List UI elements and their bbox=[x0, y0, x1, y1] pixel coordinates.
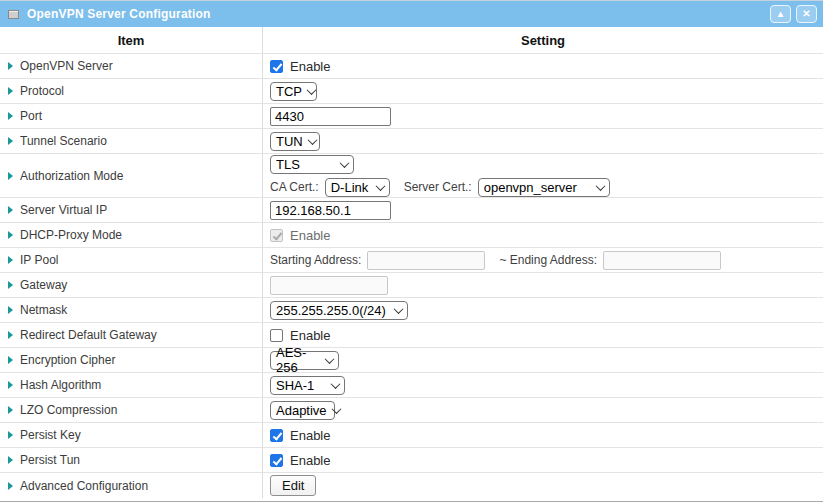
arrow-bullet-icon bbox=[8, 356, 13, 364]
arrow-bullet-icon bbox=[8, 431, 13, 439]
chevron-down-icon bbox=[331, 404, 341, 414]
row-label-advanced-configuration: Advanced Configuration bbox=[20, 479, 148, 493]
row-server-virtual-ip: Server Virtual IP bbox=[0, 198, 823, 223]
row-label-server-virtual-ip: Server Virtual IP bbox=[20, 203, 107, 217]
persist-key-enable-checkbox[interactable] bbox=[270, 429, 283, 442]
redirect-gateway-enable-checkbox[interactable] bbox=[270, 329, 283, 342]
chevron-down-icon bbox=[595, 181, 605, 191]
row-label-dhcp-proxy-mode: DHCP-Proxy Mode bbox=[20, 228, 122, 242]
enable-label: Enable bbox=[290, 228, 330, 243]
arrow-bullet-icon bbox=[8, 137, 13, 145]
edit-button[interactable]: Edit bbox=[270, 475, 316, 496]
row-protocol: Protocol TCP bbox=[0, 79, 823, 104]
row-label-redirect-default-gateway: Redirect Default Gateway bbox=[20, 328, 157, 342]
ca-cert-select[interactable]: D-Link bbox=[325, 178, 390, 197]
row-label-netmask: Netmask bbox=[20, 303, 67, 317]
arrow-bullet-icon bbox=[8, 206, 13, 214]
tunnel-scenario-select[interactable]: TUN bbox=[270, 132, 320, 151]
row-hash-algorithm: Hash Algorithm SHA-1 bbox=[0, 373, 823, 398]
arrow-bullet-icon bbox=[8, 172, 13, 180]
arrow-bullet-icon bbox=[8, 381, 13, 389]
arrow-bullet-icon bbox=[8, 112, 13, 120]
table-header: Item Setting bbox=[0, 27, 823, 54]
persist-tun-enable-checkbox[interactable] bbox=[270, 454, 283, 467]
ca-cert-label: CA Cert.: bbox=[270, 180, 319, 194]
server-virtual-ip-input[interactable] bbox=[270, 201, 391, 220]
row-authorization-mode: Authorization Mode TLS CA Cert.: D-Link … bbox=[0, 154, 823, 198]
titlebar-buttons: ▴ ✕ bbox=[770, 5, 817, 23]
row-label-hash-algorithm: Hash Algorithm bbox=[20, 378, 101, 392]
chevron-down-icon bbox=[331, 379, 341, 389]
row-tunnel-scenario: Tunnel Scenario TUN bbox=[0, 129, 823, 154]
row-openvpn-server: OpenVPN Server Enable bbox=[0, 54, 823, 79]
row-port: Port bbox=[0, 104, 823, 129]
row-label-tunnel-scenario: Tunnel Scenario bbox=[20, 134, 107, 148]
row-label-persist-key: Persist Key bbox=[20, 428, 81, 442]
close-button[interactable]: ✕ bbox=[796, 5, 817, 23]
row-label-persist-tun: Persist Tun bbox=[20, 453, 80, 467]
column-header-setting: Setting bbox=[263, 27, 823, 53]
gateway-input bbox=[270, 276, 388, 295]
chevron-down-icon bbox=[340, 158, 350, 168]
starting-address-label: Starting Address: bbox=[270, 253, 361, 267]
ending-address-input bbox=[603, 251, 721, 270]
collapse-icon: ▴ bbox=[778, 9, 783, 19]
netmask-select[interactable]: 255.255.255.0(/24) bbox=[270, 301, 408, 320]
chevron-down-icon bbox=[325, 354, 335, 364]
row-encryption-cipher: Encryption Cipher AES-256 bbox=[0, 348, 823, 373]
starting-address-input bbox=[367, 251, 485, 270]
lzo-compression-select[interactable]: Adaptive bbox=[270, 401, 335, 420]
row-label-ip-pool: IP Pool bbox=[20, 253, 58, 267]
hash-algorithm-select[interactable]: SHA-1 bbox=[270, 376, 345, 395]
row-lzo-compression: LZO Compression Adaptive bbox=[0, 398, 823, 423]
titlebar: OpenVPN Server Configuration ▴ ✕ bbox=[0, 0, 823, 27]
chevron-down-icon bbox=[307, 135, 317, 145]
column-header-item: Item bbox=[0, 27, 263, 53]
openvpn-config-window: OpenVPN Server Configuration ▴ ✕ Item Se… bbox=[0, 0, 823, 502]
row-netmask: Netmask 255.255.255.0(/24) bbox=[0, 298, 823, 323]
row-label-port: Port bbox=[20, 109, 42, 123]
row-label-gateway: Gateway bbox=[20, 278, 67, 292]
enable-label: Enable bbox=[290, 59, 330, 74]
close-icon: ✕ bbox=[802, 9, 810, 19]
row-label-authorization-mode: Authorization Mode bbox=[20, 169, 123, 183]
arrow-bullet-icon bbox=[8, 482, 13, 490]
server-cert-select[interactable]: openvpn_server bbox=[478, 178, 610, 197]
row-persist-tun: Persist Tun Enable bbox=[0, 448, 823, 473]
row-advanced-configuration: Advanced Configuration Edit bbox=[0, 473, 823, 498]
server-cert-label: Server Cert.: bbox=[404, 180, 472, 194]
chevron-down-icon bbox=[394, 304, 404, 314]
protocol-select[interactable]: TCP bbox=[270, 82, 317, 101]
arrow-bullet-icon bbox=[8, 62, 13, 70]
arrow-bullet-icon bbox=[8, 231, 13, 239]
arrow-bullet-icon bbox=[8, 306, 13, 314]
arrow-bullet-icon bbox=[8, 406, 13, 414]
row-redirect-default-gateway: Redirect Default Gateway Enable bbox=[0, 323, 823, 348]
collapse-button[interactable]: ▴ bbox=[770, 5, 791, 23]
row-label-openvpn-server: OpenVPN Server bbox=[20, 59, 113, 73]
enable-label: Enable bbox=[290, 328, 330, 343]
port-input[interactable] bbox=[270, 107, 391, 126]
window-title: OpenVPN Server Configuration bbox=[27, 7, 770, 21]
arrow-bullet-icon bbox=[8, 331, 13, 339]
authorization-mode-select[interactable]: TLS bbox=[270, 155, 354, 174]
dhcp-proxy-enable-checkbox bbox=[270, 229, 283, 242]
arrow-bullet-icon bbox=[8, 256, 13, 264]
chevron-down-icon bbox=[375, 181, 385, 191]
row-gateway: Gateway bbox=[0, 273, 823, 298]
window-icon bbox=[8, 10, 19, 19]
arrow-bullet-icon bbox=[8, 281, 13, 289]
arrow-bullet-icon bbox=[8, 87, 13, 95]
arrow-bullet-icon bbox=[8, 456, 13, 464]
ending-address-label: ~ Ending Address: bbox=[499, 253, 597, 267]
row-dhcp-proxy-mode: DHCP-Proxy Mode Enable bbox=[0, 223, 823, 248]
row-persist-key: Persist Key Enable bbox=[0, 423, 823, 448]
row-label-lzo-compression: LZO Compression bbox=[20, 403, 117, 417]
enable-label: Enable bbox=[290, 453, 330, 468]
openvpn-server-enable-checkbox[interactable] bbox=[270, 60, 283, 73]
row-ip-pool: IP Pool Starting Address: ~ Ending Addre… bbox=[0, 248, 823, 273]
chevron-down-icon bbox=[307, 85, 317, 95]
encryption-cipher-select[interactable]: AES-256 bbox=[270, 351, 339, 370]
row-label-encryption-cipher: Encryption Cipher bbox=[20, 353, 115, 367]
row-label-protocol: Protocol bbox=[20, 84, 64, 98]
